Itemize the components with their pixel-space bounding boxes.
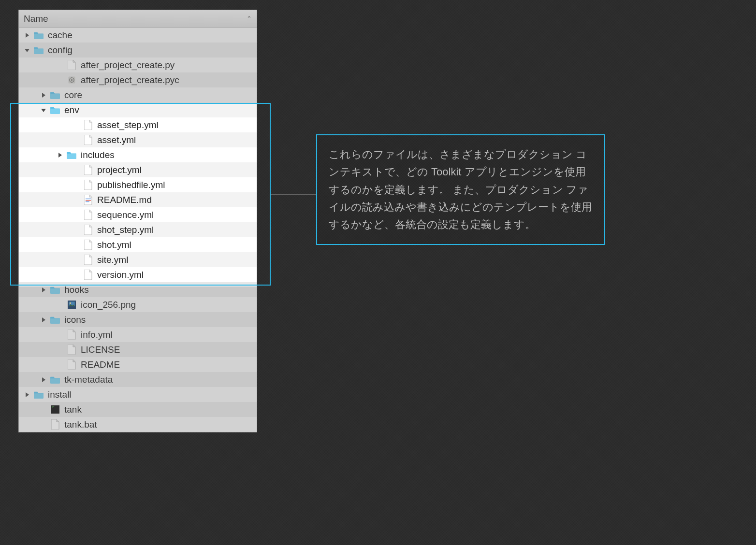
tree-row[interactable]: tank.bat xyxy=(19,417,257,432)
chevron-right-icon[interactable] xyxy=(40,316,47,323)
file-file-icon xyxy=(83,165,93,175)
tree-row[interactable]: tk-metadata xyxy=(19,372,257,387)
tree-item-label: cache xyxy=(48,30,73,41)
png-file-icon xyxy=(66,300,77,310)
disclosure-spacer xyxy=(57,346,63,353)
tree-row[interactable]: after_project_create.pyc xyxy=(19,72,257,87)
tree-item-label: info.yml xyxy=(81,330,112,340)
tree-row[interactable]: icon_256.png xyxy=(19,297,257,312)
tree-row[interactable]: icons xyxy=(19,312,257,327)
tree-item-label: install xyxy=(48,389,72,400)
chevron-down-icon[interactable] xyxy=(24,47,30,54)
tree-row[interactable]: asset_step.yml xyxy=(19,117,257,132)
tree-row[interactable]: project.yml xyxy=(19,162,257,177)
file-file-icon xyxy=(66,330,77,340)
tree-header[interactable]: Name ⌃ xyxy=(19,10,257,28)
tree-row[interactable]: includes xyxy=(19,147,257,162)
tree-row[interactable]: publishedfile.yml xyxy=(19,177,257,192)
tree-item-label: asset.yml xyxy=(97,135,136,145)
disclosure-spacer xyxy=(73,167,80,173)
chevron-right-icon[interactable] xyxy=(40,92,47,99)
file-file-icon xyxy=(83,135,93,145)
tree-item-label: sequence.yml xyxy=(97,210,154,220)
file-tree-panel: Name ⌃ cacheconfigafter_project_create.p… xyxy=(18,10,257,432)
file-file-icon xyxy=(83,255,93,265)
tree-item-label: after_project_create.pyc xyxy=(81,75,179,86)
folder-icon xyxy=(33,45,44,56)
file-file-icon xyxy=(50,419,60,430)
tree-row[interactable]: hooks xyxy=(19,282,257,297)
chevron-right-icon[interactable] xyxy=(40,287,47,293)
disclosure-spacer xyxy=(57,62,63,69)
callout-connector xyxy=(271,194,316,195)
disclosure-spacer xyxy=(73,272,80,278)
tree-item-label: tank xyxy=(64,404,82,415)
tree-row[interactable]: install xyxy=(19,387,257,402)
tree-row[interactable]: after_project_create.py xyxy=(19,57,257,72)
column-name-label: Name xyxy=(24,14,48,24)
folder-icon xyxy=(50,374,60,385)
tree-row[interactable]: config xyxy=(19,43,257,57)
file-file-icon xyxy=(83,210,93,220)
file-file-icon xyxy=(83,225,93,235)
disclosure-spacer xyxy=(73,227,80,233)
tree-row[interactable]: version.yml xyxy=(19,267,257,282)
file-file-icon xyxy=(83,120,93,130)
exec-file-icon xyxy=(50,404,60,415)
file-file-icon xyxy=(66,60,77,71)
disclosure-spacer xyxy=(57,77,63,84)
tree-item-label: icon_256.png xyxy=(81,300,136,310)
tree-row[interactable]: sequence.yml xyxy=(19,207,257,222)
tree-row[interactable]: cache xyxy=(19,28,257,43)
tree-item-label: icons xyxy=(64,315,86,325)
file-file-icon xyxy=(66,344,77,355)
file-file-icon xyxy=(66,359,77,370)
tree-item-label: LICENSE xyxy=(81,344,120,355)
tree-item-label: hooks xyxy=(64,285,89,295)
disclosure-spacer xyxy=(57,301,63,308)
tree-row[interactable]: LICENSE xyxy=(19,342,257,357)
folder-icon xyxy=(50,90,60,100)
tree-row[interactable]: env xyxy=(19,102,257,117)
tree-row[interactable]: tank xyxy=(19,402,257,417)
disclosure-spacer xyxy=(57,331,63,338)
tree-row[interactable]: site.yml xyxy=(19,252,257,267)
disclosure-spacer xyxy=(73,122,80,129)
tree-item-label: shot_step.yml xyxy=(97,225,154,235)
tree-item-label: env xyxy=(64,105,79,115)
tree-row[interactable]: README.md xyxy=(19,192,257,207)
disclosure-spacer xyxy=(73,182,80,188)
disclosure-spacer xyxy=(73,212,80,218)
tree-row[interactable]: core xyxy=(19,87,257,102)
chevron-right-icon[interactable] xyxy=(24,391,30,398)
file-file-icon xyxy=(83,270,93,280)
sort-indicator-icon[interactable]: ⌃ xyxy=(247,15,252,22)
tree-row[interactable]: shot.yml xyxy=(19,237,257,252)
folder-icon xyxy=(50,285,60,295)
tree-row[interactable]: asset.yml xyxy=(19,132,257,147)
disclosure-spacer xyxy=(73,242,80,248)
chevron-right-icon[interactable] xyxy=(24,32,30,39)
folder-icon xyxy=(50,105,60,115)
disclosure-spacer xyxy=(73,257,80,263)
tree-row[interactable]: shot_step.yml xyxy=(19,222,257,237)
tree-item-label: config xyxy=(48,45,73,56)
tree-item-label: tank.bat xyxy=(64,419,97,430)
disclosure-spacer xyxy=(40,406,47,413)
tree-item-label: site.yml xyxy=(97,255,128,265)
tree-row[interactable]: README xyxy=(19,357,257,372)
folder-icon xyxy=(33,389,44,400)
disclosure-spacer xyxy=(73,197,80,203)
tree-item-label: shot.yml xyxy=(97,240,131,250)
tree-item-label: tk-metadata xyxy=(64,374,113,385)
folder-icon xyxy=(66,150,77,160)
tree-row[interactable]: info.yml xyxy=(19,327,257,342)
chevron-right-icon[interactable] xyxy=(57,152,63,158)
pyc-file-icon xyxy=(66,75,77,86)
chevron-right-icon[interactable] xyxy=(40,376,47,383)
tree-item-label: core xyxy=(64,90,82,100)
tree-item-label: version.yml xyxy=(97,270,144,280)
tree-item-label: includes xyxy=(81,150,115,160)
chevron-down-icon[interactable] xyxy=(40,107,47,114)
folder-icon xyxy=(50,315,60,325)
